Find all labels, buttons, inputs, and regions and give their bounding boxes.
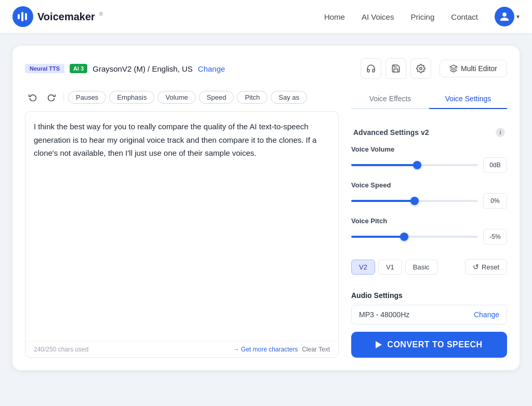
advanced-settings-label: Advanced Settings v2 bbox=[353, 128, 429, 137]
voice-volume-label: Voice Volume bbox=[351, 145, 507, 153]
icon-buttons bbox=[361, 58, 431, 79]
settings-tabs: Voice Effects Voice Settings bbox=[351, 89, 507, 109]
v1-button[interactable]: V1 bbox=[378, 260, 402, 275]
voice-pitch-fill bbox=[351, 236, 404, 238]
footer-links: → Get more characters Clear Text bbox=[233, 346, 330, 353]
redo-icon bbox=[47, 93, 56, 101]
undo-button[interactable] bbox=[25, 89, 41, 105]
svg-rect-3 bbox=[25, 13, 27, 20]
say-as-button[interactable]: Say as bbox=[271, 91, 307, 104]
audio-format-text: MP3 - 48000Hz bbox=[359, 310, 409, 319]
nav-home[interactable]: Home bbox=[324, 12, 345, 21]
main-nav: Home AI Voices Pricing Contact ▾ bbox=[324, 7, 520, 26]
convert-button-label: CONVERT TO SPEECH bbox=[387, 340, 482, 349]
pauses-button[interactable]: Pauses bbox=[68, 91, 106, 104]
reset-label: Reset bbox=[482, 263, 499, 271]
main-body: Pauses Emphasis Volume Speed Pitch Say a… bbox=[25, 89, 507, 358]
user-icon bbox=[499, 11, 510, 22]
main-content: Neural TTS AI 3 GraysonV2 (M) / English,… bbox=[0, 33, 532, 383]
audio-settings-section: Audio Settings MP3 - 48000Hz Change CONV… bbox=[351, 291, 507, 358]
voice-speed-value: 0% bbox=[483, 193, 507, 209]
save-button[interactable] bbox=[385, 58, 406, 79]
version-row: V2 V1 Basic ↺ Reset bbox=[351, 259, 507, 275]
editor-toolbar: Pauses Emphasis Volume Speed Pitch Say a… bbox=[25, 89, 339, 111]
text-footer: 240/250 chars used → Get more characters… bbox=[25, 341, 338, 357]
voice-pitch-label: Voice Pitch bbox=[351, 217, 507, 225]
pitch-button[interactable]: Pitch bbox=[237, 91, 268, 104]
svg-point-4 bbox=[420, 67, 422, 70]
voice-pitch-slider-row: -5% bbox=[351, 229, 507, 245]
voice-volume-value: 0dB bbox=[483, 157, 507, 173]
nav-pricing[interactable]: Pricing bbox=[410, 12, 434, 21]
settings-section: Advanced Settings v2 i Voice Volume 0dB bbox=[351, 124, 507, 283]
multi-editor-button[interactable]: Multi Editor bbox=[440, 60, 507, 77]
speed-button[interactable]: Speed bbox=[199, 91, 234, 104]
headphone-icon bbox=[366, 64, 376, 73]
v2-button[interactable]: V2 bbox=[351, 260, 375, 275]
right-panel: Voice Effects Voice Settings Advanced Se… bbox=[351, 89, 507, 358]
voice-selector-row: Neural TTS AI 3 GraysonV2 (M) / English,… bbox=[25, 58, 507, 79]
tab-voice-effects[interactable]: Voice Effects bbox=[351, 89, 429, 109]
audio-format-row: MP3 - 48000Hz Change bbox=[351, 305, 507, 324]
info-icon[interactable]: i bbox=[496, 128, 505, 137]
logo-text: Voicemaker bbox=[37, 11, 95, 23]
headphone-button[interactable] bbox=[361, 58, 381, 79]
tab-voice-settings[interactable]: Voice Settings bbox=[429, 89, 507, 109]
badge-neural: Neural TTS bbox=[25, 64, 64, 73]
save-icon bbox=[391, 64, 401, 73]
svg-rect-2 bbox=[21, 12, 23, 21]
voice-volume-thumb[interactable] bbox=[413, 161, 421, 169]
layers-icon bbox=[449, 64, 458, 73]
left-panel: Pauses Emphasis Volume Speed Pitch Say a… bbox=[25, 89, 339, 358]
nav-ai-voices[interactable]: AI Voices bbox=[362, 12, 394, 21]
voice-info: Neural TTS AI 3 GraysonV2 (M) / English,… bbox=[25, 64, 225, 73]
badge-ai: AI 3 bbox=[70, 64, 87, 73]
redo-button[interactable] bbox=[44, 89, 59, 105]
voice-speed-slider-row: 0% bbox=[351, 193, 507, 209]
toolbar-divider bbox=[63, 92, 64, 102]
avatar[interactable] bbox=[495, 7, 514, 26]
emphasis-button[interactable]: Emphasis bbox=[109, 91, 154, 104]
settings-button[interactable] bbox=[410, 58, 431, 79]
convert-to-speech-button[interactable]: CONVERT TO SPEECH bbox=[351, 332, 507, 358]
volume-button[interactable]: Volume bbox=[157, 91, 195, 104]
basic-button[interactable]: Basic bbox=[405, 260, 437, 275]
voice-pitch-group: Voice Pitch -5% bbox=[351, 217, 507, 245]
get-more-chars-link[interactable]: → Get more characters bbox=[233, 346, 298, 353]
undo-icon bbox=[29, 93, 37, 101]
svg-rect-1 bbox=[18, 14, 20, 19]
advanced-settings-row: Advanced Settings v2 i bbox=[351, 124, 507, 145]
reset-icon: ↺ bbox=[473, 263, 479, 271]
voice-speed-track[interactable] bbox=[351, 200, 478, 202]
change-voice-button[interactable]: Change bbox=[198, 64, 225, 73]
voice-volume-fill bbox=[351, 164, 417, 166]
user-dropdown-arrow: ▾ bbox=[516, 13, 520, 20]
header: Voicemaker ® Home AI Voices Pricing Cont… bbox=[0, 0, 532, 33]
voice-speed-group: Voice Speed 0% bbox=[351, 181, 507, 209]
nav-contact[interactable]: Contact bbox=[451, 12, 478, 21]
voice-name: GraysonV2 (M) / English, US bbox=[92, 64, 193, 73]
voice-speed-label: Voice Speed bbox=[351, 181, 507, 189]
play-icon bbox=[376, 341, 382, 348]
char-count: 240/250 chars used bbox=[34, 346, 88, 353]
voice-speed-fill bbox=[351, 200, 415, 202]
logo-icon bbox=[12, 6, 33, 27]
voice-volume-slider-row: 0dB bbox=[351, 157, 507, 173]
logo: Voicemaker ® bbox=[12, 6, 103, 27]
svg-marker-5 bbox=[450, 65, 457, 69]
voice-pitch-track[interactable] bbox=[351, 236, 478, 238]
voice-pitch-value: -5% bbox=[483, 229, 507, 245]
clear-text-button[interactable]: Clear Text bbox=[302, 346, 330, 353]
audio-settings-label: Audio Settings bbox=[351, 291, 507, 300]
main-card: Neural TTS AI 3 GraysonV2 (M) / English,… bbox=[12, 46, 520, 370]
user-menu[interactable]: ▾ bbox=[495, 7, 520, 26]
gear-icon bbox=[416, 64, 425, 73]
voice-volume-track[interactable] bbox=[351, 164, 478, 166]
audio-change-button[interactable]: Change bbox=[474, 310, 499, 319]
text-editor[interactable]: I think the best way for you to really c… bbox=[25, 112, 338, 288]
voice-pitch-thumb[interactable] bbox=[400, 233, 408, 241]
reset-button[interactable]: ↺ Reset bbox=[465, 259, 507, 275]
text-editor-container: I think the best way for you to really c… bbox=[25, 111, 339, 358]
voice-volume-group: Voice Volume 0dB bbox=[351, 145, 507, 173]
voice-speed-thumb[interactable] bbox=[410, 197, 419, 205]
